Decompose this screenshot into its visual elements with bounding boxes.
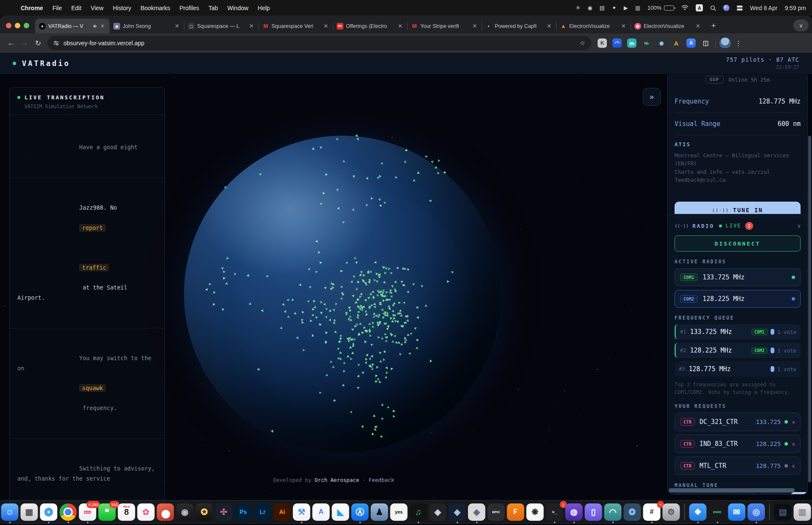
aircraft-marker[interactable] (370, 343, 374, 346)
aircraft-marker[interactable] (348, 346, 352, 350)
menu-item[interactable]: History (108, 5, 136, 11)
aircraft-marker[interactable] (352, 208, 355, 212)
aircraft-marker[interactable] (429, 200, 431, 202)
aircraft-marker[interactable] (382, 358, 385, 361)
aircraft-marker[interactable] (401, 280, 404, 283)
aircraft-marker[interactable] (393, 415, 395, 418)
dock-icon-appstore[interactable]: Ⓐ (351, 503, 369, 521)
aircraft-marker[interactable] (355, 262, 358, 264)
chevron-down-icon[interactable]: ∨ (797, 223, 801, 229)
aircraft-marker[interactable] (398, 352, 402, 355)
dock-icon-unity[interactable]: ◈ (429, 503, 447, 521)
dock-icon-launchpad[interactable]: ▦ (21, 503, 38, 521)
aircraft-marker[interactable] (384, 375, 387, 378)
dock-icon-yes-ebook[interactable]: yes (390, 503, 408, 521)
browser-tab[interactable]: ☻ John Seong ✕ (110, 19, 184, 33)
aircraft-marker[interactable] (398, 301, 401, 304)
nordvpn-icon[interactable]: ◉ (587, 5, 592, 11)
ext-translate-icon[interactable]: A (686, 38, 696, 48)
aircraft-marker[interactable] (379, 204, 383, 208)
aircraft-marker[interactable] (385, 336, 388, 339)
aircraft-marker[interactable] (370, 355, 373, 358)
shapr3d-icon[interactable]: ✦ (612, 5, 617, 11)
aircraft-marker[interactable] (381, 316, 384, 319)
aircraft-marker[interactable] (381, 162, 384, 165)
aircraft-marker[interactable] (378, 351, 381, 354)
dock-sep-1[interactable] (684, 503, 685, 520)
aircraft-marker[interactable] (312, 147, 315, 150)
tab-close-icon[interactable]: ✕ (620, 23, 627, 29)
aircraft-marker[interactable] (378, 275, 381, 279)
aircraft-marker[interactable] (382, 295, 385, 298)
dock-icon-davinci[interactable]: ✣ (215, 503, 233, 521)
ext-chatbot-icon[interactable]: ◉ (657, 38, 666, 48)
aircraft-marker[interactable] (323, 192, 325, 194)
dock-icon-trash[interactable]: ▥ (794, 503, 811, 521)
aircraft-marker[interactable] (336, 137, 339, 140)
menu-item[interactable]: Tab (204, 5, 223, 11)
wifi-icon[interactable] (681, 5, 689, 11)
aircraft-marker[interactable] (402, 283, 406, 287)
aircraft-marker[interactable] (355, 287, 359, 290)
aircraft-marker[interactable] (375, 365, 379, 369)
aircraft-marker[interactable] (329, 318, 332, 321)
request-row[interactable]: CTR IND_83_CTR 128.225 ✕ (675, 435, 801, 453)
aircraft-marker[interactable] (342, 220, 346, 224)
aircraft-marker[interactable] (308, 267, 311, 271)
aircraft-marker[interactable] (371, 325, 374, 328)
aircraft-marker[interactable] (388, 307, 392, 311)
aircraft-marker[interactable] (320, 202, 322, 205)
dock-icon-mail[interactable]: ✉ (728, 503, 746, 521)
aircraft-marker[interactable] (371, 304, 374, 307)
aircraft-marker[interactable] (383, 271, 387, 274)
aircraft-marker[interactable] (310, 320, 313, 322)
aircraft-marker[interactable] (420, 284, 423, 287)
aircraft-marker[interactable] (417, 171, 420, 174)
disconnect-button[interactable]: DISCONNECT (675, 235, 801, 252)
panel-scrollbar[interactable] (669, 488, 795, 492)
aircraft-marker[interactable] (373, 261, 376, 264)
aircraft-marker[interactable] (399, 314, 403, 317)
aircraft-marker[interactable] (365, 299, 368, 302)
aircraft-marker[interactable] (366, 353, 369, 356)
aircraft-marker[interactable] (353, 276, 355, 278)
aircraft-marker[interactable] (406, 268, 409, 271)
aircraft-marker[interactable] (319, 145, 322, 149)
aircraft-marker[interactable] (324, 173, 327, 176)
aircraft-marker[interactable] (354, 301, 357, 304)
printer-icon[interactable]: ▤ (600, 5, 605, 11)
aircraft-marker[interactable] (383, 350, 387, 353)
active-radio-row[interactable]: COM1 133.725 MHz (675, 268, 801, 286)
ext-puzzle-icon[interactable]: ◫ (701, 38, 710, 48)
aircraft-marker[interactable] (391, 340, 394, 344)
aircraft-marker[interactable] (315, 240, 318, 243)
spotlight-icon[interactable] (710, 5, 716, 11)
aircraft-marker[interactable] (318, 323, 321, 326)
aircraft-marker[interactable] (379, 199, 381, 202)
aircraft-marker[interactable] (360, 292, 363, 295)
aircraft-marker[interactable] (319, 391, 322, 394)
tab-search-button[interactable]: ∨ (793, 19, 809, 31)
browser-tab[interactable]: RC Offerings (Electro ✕ (333, 19, 407, 33)
aircraft-marker[interactable] (261, 309, 264, 313)
menu-item[interactable]: View (86, 5, 108, 11)
aircraft-marker[interactable] (315, 271, 318, 273)
aircraft-marker[interactable] (434, 166, 437, 170)
ext-keeper-icon[interactable]: K (598, 38, 607, 48)
browser-tab[interactable]: M Squarespace Veri ✕ (258, 19, 333, 33)
aircraft-marker[interactable] (350, 410, 353, 413)
aircraft-marker[interactable] (371, 432, 374, 435)
aircraft-marker[interactable] (362, 371, 365, 374)
forward-button[interactable]: → (18, 36, 31, 50)
new-tab-button[interactable]: + (708, 20, 719, 32)
aircraft-marker[interactable] (299, 284, 301, 286)
aircraft-marker[interactable] (392, 410, 395, 413)
tab-close-icon[interactable]: ✕ (323, 23, 329, 29)
aircraft-marker[interactable] (332, 399, 336, 402)
aircraft-marker[interactable] (319, 300, 323, 304)
menu-item[interactable]: File (48, 5, 67, 11)
aircraft-marker[interactable] (415, 338, 419, 342)
menu-item[interactable]: Help (253, 5, 274, 11)
aircraft-marker[interactable] (354, 325, 357, 328)
aircraft-marker[interactable] (368, 296, 371, 299)
